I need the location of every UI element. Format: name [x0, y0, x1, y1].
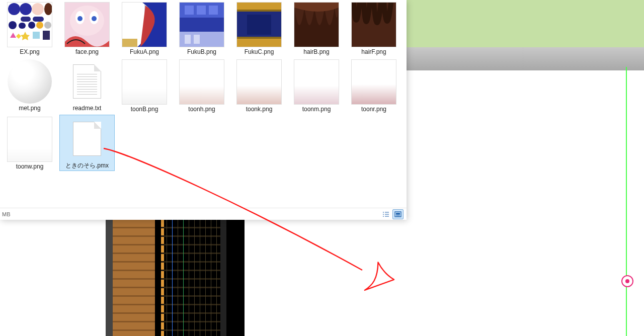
svg-point-2: [20, 3, 32, 15]
file-thumbnail: [179, 59, 224, 105]
svg-rect-28: [180, 18, 224, 33]
file-item[interactable]: FukuA.png: [116, 0, 173, 57]
svg-rect-6: [33, 17, 44, 22]
svg-rect-26: [197, 6, 206, 15]
app-header-strip: [407, 0, 644, 47]
svg-point-11: [44, 22, 51, 29]
file-label: EX.png: [7, 48, 52, 55]
file-label: hairB.png: [294, 48, 339, 55]
timeline-panel[interactable]: [106, 220, 245, 336]
svg-rect-27: [209, 6, 218, 15]
svg-point-1: [8, 3, 20, 15]
status-bar: MB: [0, 208, 407, 220]
file-thumbnail: [64, 2, 110, 47]
file-thumbnail: [179, 2, 224, 47]
file-thumbnail: [294, 2, 339, 47]
file-label: toonh.png: [179, 106, 224, 113]
file-label: toonr.png: [351, 106, 396, 113]
file-explorer-window[interactable]: EX.png face.png: [0, 0, 407, 220]
file-thumbnail: [236, 2, 282, 47]
file-item[interactable]: FukuB.png: [173, 0, 230, 57]
file-label: ときのそら.pmx: [65, 162, 109, 169]
file-item-selected[interactable]: ときのそら.pmx: [58, 115, 116, 172]
file-label: readme.txt: [65, 105, 109, 112]
svg-point-15: [70, 6, 104, 36]
file-item[interactable]: toonm.png: [288, 57, 345, 115]
file-label: hairF.png: [351, 48, 396, 55]
file-thumbnail: [65, 117, 109, 161]
file-item[interactable]: hairB.png: [288, 0, 345, 57]
record-marker[interactable]: [621, 275, 633, 287]
svg-rect-13: [43, 31, 50, 40]
file-thumbnail: [7, 117, 52, 162]
status-text: MB: [2, 211, 11, 217]
svg-point-3: [32, 3, 44, 15]
app-toolbar-strip: [407, 47, 644, 70]
file-label: FukuC.png: [236, 48, 282, 55]
svg-rect-22: [122, 39, 137, 47]
file-thumbnail: [236, 59, 282, 105]
file-item[interactable]: hairF.png: [345, 0, 403, 57]
file-thumbnail: [8, 59, 52, 104]
svg-point-10: [36, 22, 43, 29]
file-item[interactable]: toonB.png: [116, 57, 173, 115]
svg-rect-36: [237, 37, 281, 39]
svg-point-7: [9, 21, 17, 29]
svg-rect-34: [237, 10, 281, 12]
file-item[interactable]: toonh.png: [173, 57, 230, 115]
svg-rect-30: [185, 35, 191, 44]
file-item[interactable]: readme.txt: [58, 57, 116, 115]
file-thumbnail: [294, 59, 339, 105]
file-item[interactable]: face.png: [58, 0, 116, 57]
file-item[interactable]: toonk.png: [230, 57, 288, 115]
file-thumbnail: [7, 2, 52, 47]
file-item[interactable]: toonw.png: [1, 115, 58, 172]
svg-point-18: [77, 16, 83, 21]
svg-rect-25: [185, 6, 194, 15]
view-mode-buttons: [380, 209, 404, 219]
file-label: met.png: [8, 105, 52, 112]
file-label: toonB.png: [122, 106, 167, 113]
svg-rect-33: [237, 3, 281, 11]
svg-point-9: [28, 22, 35, 29]
svg-rect-5: [21, 17, 31, 22]
svg-rect-31: [194, 35, 200, 44]
file-label: toonk.png: [236, 106, 282, 113]
file-label: toonm.png: [294, 106, 339, 113]
file-item[interactable]: toonr.png: [345, 57, 403, 115]
svg-rect-47: [396, 213, 400, 215]
svg-rect-8: [19, 23, 26, 29]
svg-point-19: [92, 16, 97, 21]
file-item[interactable]: FukuC.png: [230, 0, 288, 57]
svg-rect-35: [237, 38, 281, 47]
file-thumbnail: [351, 2, 396, 47]
file-label: face.png: [64, 48, 110, 55]
svg-rect-12: [33, 32, 40, 39]
file-label: toonw.png: [7, 163, 52, 170]
thumbnails-view-button[interactable]: [392, 209, 404, 219]
svg-rect-37: [247, 15, 271, 35]
details-view-button[interactable]: [380, 209, 391, 219]
file-grid: EX.png face.png: [0, 0, 407, 172]
file-item[interactable]: met.png: [1, 57, 58, 115]
file-label: FukuA.png: [122, 48, 167, 55]
timeline-cursor-line: [626, 67, 627, 336]
file-thumbnail: [122, 59, 167, 105]
file-label: FukuB.png: [179, 48, 224, 55]
file-thumbnail: [122, 2, 167, 47]
file-item[interactable]: EX.png: [1, 0, 58, 57]
file-thumbnail: [351, 59, 396, 105]
file-thumbnail: [65, 59, 109, 104]
